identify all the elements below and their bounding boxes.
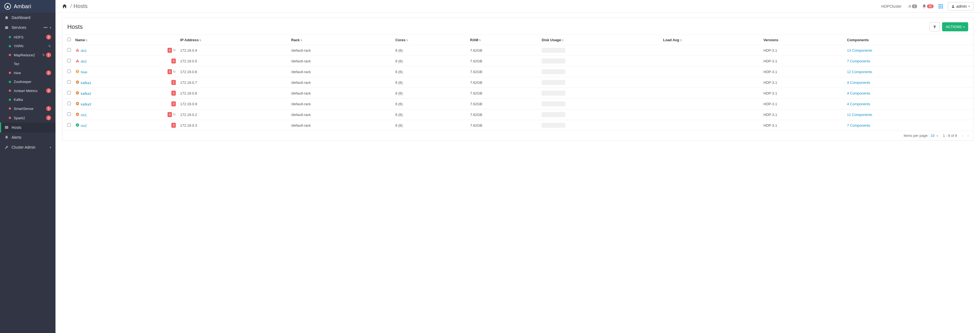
brand[interactable]: Ambari (0, 0, 56, 13)
sidebar-service-item[interactable]: Tez (0, 60, 56, 68)
components-link[interactable]: 4 Components (847, 102, 870, 106)
refresh-icon[interactable]: ↻ (173, 113, 176, 116)
col-rack[interactable]: Rack⇅ (289, 35, 393, 45)
host-alert-badge[interactable]: 8 (167, 69, 172, 74)
components-link[interactable]: 11 Components (847, 113, 872, 117)
row-checkbox[interactable] (67, 91, 71, 94)
host-alert-badge[interactable]: 6 (167, 48, 172, 53)
sidebar-service-item[interactable]: Ambari Metrics3 (0, 86, 56, 96)
home-icon[interactable] (62, 4, 67, 9)
sidebar-service-item[interactable]: YARN↻ (0, 42, 56, 50)
components-link[interactable]: 4 Components (847, 81, 870, 84)
host-ip: 172.19.0.7 (178, 77, 289, 88)
cluster-name[interactable]: HDPCluster (881, 4, 902, 8)
nav-cluster-admin[interactable]: Cluster Admin ▾ (0, 142, 56, 152)
col-disk[interactable]: Disk Usage⇅ (539, 35, 661, 45)
apps-menu[interactable] (939, 4, 943, 8)
col-name[interactable]: Name⇅ (73, 35, 162, 45)
svg-rect-14 (76, 114, 78, 115)
col-cores[interactable]: Cores⇅ (393, 35, 468, 45)
host-link[interactable]: nn2 (81, 124, 87, 128)
page-next[interactable]: › (968, 134, 968, 138)
host-cores: 6 (6) (393, 88, 468, 99)
admin-menu[interactable]: admin ▾ (948, 2, 974, 10)
nav-hosts[interactable]: Hosts (0, 123, 56, 132)
sidebar-service-item[interactable]: HDFS3 (0, 32, 56, 42)
alerts-bell[interactable]: 30 (922, 4, 934, 8)
host-link[interactable]: kafka2 (81, 91, 91, 96)
row-checkbox[interactable] (67, 112, 71, 116)
host-link[interactable]: nn1 (81, 113, 87, 117)
nav-services[interactable]: Services ••• ▾ (0, 22, 56, 32)
col-ip[interactable]: IP Address⇅ (178, 35, 289, 45)
host-alert-badge[interactable]: 2 (172, 80, 176, 85)
server-icon (5, 126, 9, 129)
disk-usage-bar (542, 69, 565, 74)
row-checkbox[interactable] (67, 70, 71, 73)
service-label: Tez (14, 62, 51, 66)
host-alert-badge[interactable]: 2 (172, 101, 176, 106)
select-all-checkbox[interactable] (67, 38, 71, 41)
nav-alerts[interactable]: Alerts (0, 132, 56, 142)
components-link[interactable]: 4 Components (847, 91, 870, 96)
row-checkbox[interactable] (67, 123, 71, 127)
components-link[interactable]: 12 Components (847, 70, 872, 74)
per-page-select[interactable]: 10 (931, 134, 935, 138)
status-dot-icon (9, 45, 11, 47)
host-link[interactable]: dn1 (81, 49, 87, 53)
caret-down-icon: ▾ (963, 25, 965, 28)
sidebar-service-item[interactable]: Spark22 (0, 113, 56, 123)
wrench-icon (5, 145, 9, 149)
refresh-icon[interactable]: ↻ (173, 70, 176, 73)
sidebar-service-item[interactable]: MapReduce2↻1 (0, 50, 56, 60)
chevron-down-icon[interactable]: ▾ (937, 134, 938, 137)
row-checkbox[interactable] (67, 48, 71, 52)
actions-button[interactable]: ACTIONS ▾ (942, 22, 968, 31)
row-checkbox[interactable] (67, 59, 71, 62)
components-link[interactable]: 7 Components (847, 123, 870, 127)
host-version: HDP-3.1 (761, 109, 845, 120)
service-label: Hive (14, 71, 45, 75)
alerts-count-badge: 30 (927, 5, 934, 8)
host-link[interactable]: dn2 (81, 59, 87, 64)
host-alert-badge[interactable]: 4 (167, 112, 172, 117)
col-versions: Versions (761, 35, 845, 45)
components-link[interactable]: 7 Components (847, 59, 870, 63)
host-load (661, 67, 761, 77)
chevron-down-icon[interactable]: ▾ (50, 146, 51, 149)
page-prev[interactable]: ‹ (962, 134, 963, 138)
host-rack: /default-rack (289, 99, 393, 109)
row-checkbox[interactable] (67, 80, 71, 84)
brand-text: Ambari (14, 3, 31, 10)
host-alert-badge[interactable]: 3 (172, 123, 176, 128)
host-alert-badge[interactable]: 2 (172, 91, 176, 96)
row-checkbox[interactable] (67, 102, 71, 105)
host-link[interactable]: hive (81, 70, 88, 74)
host-cores: 6 (6) (393, 99, 468, 109)
ellipsis-icon[interactable]: ••• (43, 25, 48, 30)
nav-dashboard[interactable]: Dashboard (0, 13, 56, 22)
sidebar-service-item[interactable]: Kafka (0, 96, 56, 104)
status-dot-icon (9, 99, 11, 101)
sidebar-service-item[interactable]: ZooKeeper (0, 78, 56, 86)
sort-icon: ⇅ (562, 39, 563, 42)
service-alert-badge: 1 (46, 106, 51, 111)
svg-rect-8 (76, 82, 78, 83)
chevron-down-icon[interactable]: ▾ (50, 26, 51, 29)
host-link[interactable]: kafka3 (81, 102, 91, 106)
ops-gear[interactable]: 0 (907, 4, 917, 9)
filter-button[interactable] (929, 22, 940, 31)
refresh-icon[interactable]: ↻ (42, 53, 45, 57)
refresh-icon[interactable]: ↻ (48, 44, 51, 48)
sidebar-service-item[interactable]: Hive2 (0, 68, 56, 78)
sidebar-service-item[interactable]: SmartSense1 (0, 104, 56, 113)
col-ram[interactable]: RAM⇅ (468, 35, 539, 45)
refresh-icon[interactable]: ↻ (173, 48, 176, 52)
actions-label: ACTIONS (946, 25, 962, 29)
host-link[interactable]: kafka1 (81, 81, 91, 85)
components-link[interactable]: 13 Components (847, 48, 872, 53)
host-load (661, 56, 761, 67)
host-alert-badge[interactable]: 5 (172, 59, 176, 64)
host-ram: 7.62GB (468, 99, 539, 109)
col-load[interactable]: Load Avg⇅ (661, 35, 761, 45)
